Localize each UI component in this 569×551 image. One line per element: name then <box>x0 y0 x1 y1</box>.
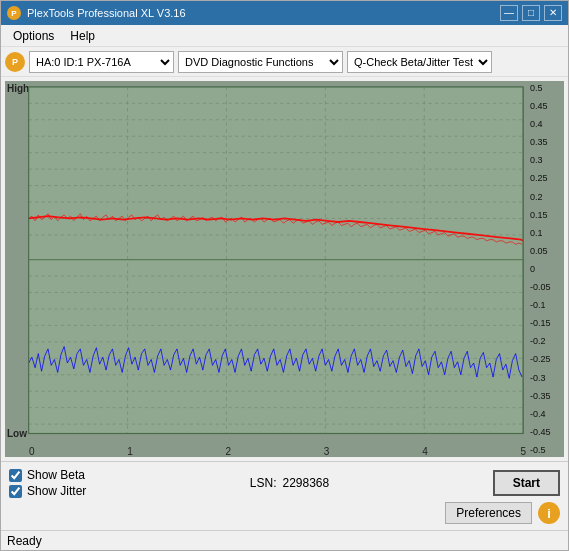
menu-options[interactable]: Options <box>5 27 62 45</box>
window-title: PlexTools Professional XL V3.16 <box>27 7 186 19</box>
app-icon: P <box>7 6 21 20</box>
controls-row-1: Show Beta Show Jitter LSN: 2298368 Start <box>9 468 560 498</box>
lsn-area: LSN: 2298368 <box>250 476 329 490</box>
start-button[interactable]: Start <box>493 470 560 496</box>
checkboxes: Show Beta Show Jitter <box>9 468 86 498</box>
show-jitter-label: Show Jitter <box>27 484 86 498</box>
x-axis-labels: 0 1 2 3 4 5 <box>27 446 528 457</box>
right-buttons: Preferences i <box>445 502 560 524</box>
menu-help[interactable]: Help <box>62 27 103 45</box>
drive-icon: P <box>5 52 25 72</box>
drive-select[interactable]: HA:0 ID:1 PX-716A <box>29 51 174 73</box>
toolbar: P HA:0 ID:1 PX-716A DVD Diagnostic Funct… <box>1 47 568 77</box>
show-beta-row: Show Beta <box>9 468 86 482</box>
show-jitter-row: Show Jitter <box>9 484 86 498</box>
lsn-value: 2298368 <box>282 476 329 490</box>
title-bar-left: P PlexTools Professional XL V3.16 <box>7 6 186 20</box>
chart-svg <box>5 81 564 457</box>
maximize-button[interactable]: □ <box>522 5 540 21</box>
close-button[interactable]: ✕ <box>544 5 562 21</box>
preferences-button[interactable]: Preferences <box>445 502 532 524</box>
title-bar-buttons: — □ ✕ <box>500 5 562 21</box>
y-axis-labels: 0.5 0.45 0.4 0.35 0.3 0.25 0.2 0.15 0.1 … <box>528 81 564 457</box>
status-bar: Ready <box>1 530 568 550</box>
info-button[interactable]: i <box>538 502 560 524</box>
bottom-panel: Show Beta Show Jitter LSN: 2298368 Start… <box>1 461 568 530</box>
main-window: P PlexTools Professional XL V3.16 — □ ✕ … <box>0 0 569 551</box>
minimize-button[interactable]: — <box>500 5 518 21</box>
show-beta-label: Show Beta <box>27 468 85 482</box>
test-select[interactable]: Q-Check Beta/Jitter Test <box>347 51 492 73</box>
title-bar: P PlexTools Professional XL V3.16 — □ ✕ <box>1 1 568 25</box>
function-select[interactable]: DVD Diagnostic Functions <box>178 51 343 73</box>
chart-area: High Low <box>5 81 564 457</box>
show-jitter-checkbox[interactable] <box>9 485 22 498</box>
lsn-label: LSN: <box>250 476 277 490</box>
status-text: Ready <box>7 534 42 548</box>
show-beta-checkbox[interactable] <box>9 469 22 482</box>
controls-row-2: Preferences i <box>9 502 560 524</box>
menu-bar: Options Help <box>1 25 568 47</box>
